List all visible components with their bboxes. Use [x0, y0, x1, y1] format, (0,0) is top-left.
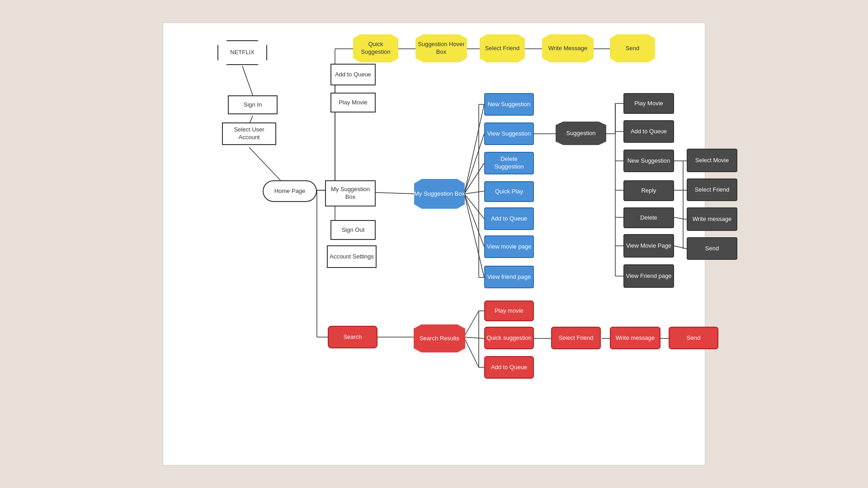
playmovie-red-node: Play movie [484, 300, 534, 321]
newsugg-node: New Suggestion [484, 93, 534, 116]
addqueue-red-node: Add to Queue [484, 356, 534, 379]
viewfriendpage-node: View friend page [484, 266, 534, 288]
signout-node: Sign Out [330, 220, 376, 240]
svg-line-25 [464, 194, 484, 247]
quicksugg-red-node: Quick suggestion [484, 327, 534, 349]
playmovie-dark-node: Play Movie [623, 93, 674, 114]
selectuser-node: Select User Account [222, 122, 276, 145]
svg-line-23 [464, 191, 484, 194]
selectfriend-dark-node: Select Friend [687, 178, 737, 201]
delete-dark-node: Delete [623, 207, 674, 228]
svg-line-50 [464, 337, 479, 367]
quicksugg-node: Quick Suggestion [353, 34, 398, 62]
diagram-canvas: NETFLIX Sign In Select User Account Home… [163, 23, 705, 465]
netflix-node: NETFLIX [217, 40, 267, 65]
addqueue2-node: Add to Queue [484, 207, 534, 230]
selectfriend-top-node: Select Friend [480, 34, 525, 62]
selectmovie-dark-node: Select Movie [687, 149, 737, 172]
svg-line-47 [464, 311, 479, 337]
suggestion-oct-node: Suggestion [556, 122, 606, 145]
deletesugg-node: Delete Suggestion [484, 152, 534, 174]
quickplay-node: Quick Play [484, 181, 534, 202]
homepage-node: Home Page [263, 180, 317, 202]
svg-line-49 [464, 337, 484, 338]
svg-line-22 [464, 163, 484, 194]
writemsg-top-node: Write Message [542, 34, 594, 62]
send-top-node: Send [610, 34, 655, 62]
mysuggbox-rect-node: My Suggestion Box [325, 180, 376, 206]
writemsg-dark-node: Write message [687, 207, 737, 231]
sugghovbox-node: Suggestion Hover Box [415, 34, 467, 62]
svg-line-26 [464, 194, 484, 277]
svg-line-44 [674, 246, 688, 249]
svg-line-21 [464, 134, 484, 194]
svg-line-0 [242, 66, 253, 95]
mysuggbox-oct-node: My Suggestion Box [414, 179, 465, 209]
signin-node: Sign In [228, 95, 278, 114]
viewfriendpage-dark-node: View Friend page [623, 264, 674, 288]
send-red-node: Send [669, 327, 718, 349]
send-dark-node: Send [687, 237, 737, 260]
viewmoviepage-dark-node: View Movie Page [623, 234, 674, 258]
viewsugg-node: View Suggestion [484, 122, 534, 145]
reply-dark-node: Reply [623, 180, 674, 201]
playmovie1-node: Play Movie [330, 93, 376, 113]
selectfriend-red-node: Select Friend [551, 327, 601, 349]
addqueue-dark-node: Add to Queue [623, 120, 674, 143]
addqueue1-node: Add to Queue [330, 64, 376, 85]
newsugg-dark-node: New Suggestion [623, 150, 674, 172]
svg-line-20 [464, 104, 484, 194]
viewmoviepage-node: View movie page [484, 235, 534, 258]
writemsg-red-node: Write message [610, 327, 660, 349]
searchresults-node: Search Results [414, 324, 465, 352]
svg-line-43 [674, 217, 688, 220]
search-rect-node: Search [328, 326, 377, 348]
svg-line-14 [376, 192, 415, 194]
svg-line-24 [464, 194, 484, 219]
accsettings-node: Account Settings [327, 245, 377, 268]
